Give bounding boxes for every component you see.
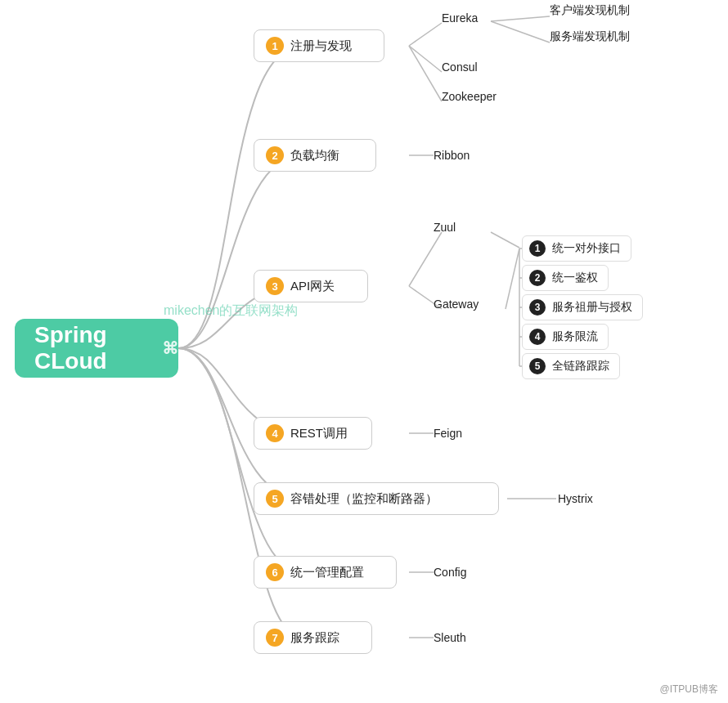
leaf-ribbon: Ribbon — [434, 149, 470, 162]
topic-4-label: REST调用 — [290, 426, 348, 441]
topic-4: 4 REST调用 — [254, 417, 372, 450]
leaf-hystrix: Hystrix — [558, 492, 593, 505]
leaf-server-discovery: 服务端发现机制 — [550, 29, 630, 44]
svg-line-1 — [506, 249, 519, 309]
topic-7-num: 7 — [266, 629, 284, 647]
leaf-sleuth: Sleuth — [434, 631, 466, 644]
topic-2-label: 负载均衡 — [290, 148, 339, 163]
topic-3-num: 3 — [266, 277, 284, 295]
topic-5-num: 5 — [266, 490, 284, 508]
topic-6-num: 6 — [266, 563, 284, 581]
leaf-zookeeper: Zookeeper — [442, 90, 497, 103]
copyright: @ITPUB博客 — [659, 683, 718, 696]
topic-6-label: 统一管理配置 — [290, 565, 364, 580]
leaf-zuul: Zuul — [434, 221, 456, 234]
topic-6: 6 统一管理配置 — [254, 556, 397, 589]
gateway-item-1: 1 统一对外接口 — [522, 235, 631, 262]
leaf-feign: Feign — [434, 427, 462, 440]
topic-7: 7 服务跟踪 — [254, 621, 372, 654]
topic-4-num: 4 — [266, 424, 284, 442]
topic-2: 2 负载均衡 — [254, 139, 376, 172]
leaf-config: Config — [434, 566, 466, 579]
topic-1-num: 1 — [266, 37, 284, 55]
topic-5: 5 容错处理（监控和断路器） — [254, 482, 499, 515]
watermark: mikechen的互联网架构 — [164, 302, 298, 320]
gateway-item-5: 5 全链路跟踪 — [522, 353, 620, 379]
topic-5-label: 容错处理（监控和断路器） — [290, 491, 438, 507]
leaf-client-discovery: 客户端发现机制 — [550, 3, 630, 18]
topic-7-label: 服务跟踪 — [290, 630, 339, 646]
link-icon: ⌘ — [162, 338, 178, 358]
leaf-eureka: Eureka — [442, 11, 478, 25]
root-node: Spring CLoud ⌘ — [15, 319, 178, 378]
gateway-item-2: 2 统一鉴权 — [522, 265, 609, 291]
gateway-item-3: 3 服务祖册与授权 — [522, 294, 643, 320]
topic-2-num: 2 — [266, 146, 284, 164]
topic-3: 3 API网关 — [254, 270, 368, 302]
gateway-item-4: 4 服务限流 — [522, 324, 609, 350]
leaf-gateway: Gateway — [434, 298, 479, 311]
topic-1-label: 注册与发现 — [290, 38, 352, 54]
topic-1: 1 注册与发现 — [254, 29, 384, 62]
topic-3-label: API网关 — [290, 279, 335, 294]
leaf-consul: Consul — [442, 60, 478, 74]
root-label: Spring CLoud — [34, 322, 154, 374]
svg-line-0 — [491, 232, 519, 248]
